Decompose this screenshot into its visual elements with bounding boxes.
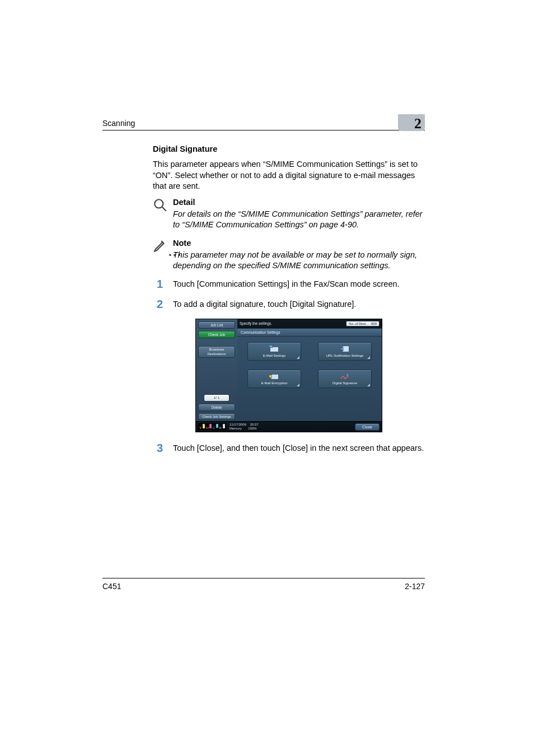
svg-rect-5	[269, 375, 272, 377]
email-encryption-tile[interactable]: E-Mail Encryption	[247, 370, 301, 388]
section-heading: Digital Signature	[153, 144, 425, 153]
status-prompt: Specify the settings.	[240, 321, 272, 325]
notification-icon	[340, 345, 350, 353]
step-2-text: To add a digital signature, touch [Digit…	[173, 298, 425, 309]
svg-point-0	[154, 199, 163, 208]
signature-icon	[340, 372, 350, 380]
detail-text: For details on the “S/MIME Communication…	[173, 209, 425, 231]
svg-rect-4	[271, 374, 279, 379]
broadcast-destinations-label: Broadcast Destinations	[198, 346, 235, 358]
note-text: This parameter may not be available or m…	[173, 250, 425, 272]
detail-callout: Detail For details on the “S/MIME Commun…	[153, 198, 425, 231]
magnifier-icon	[153, 198, 168, 214]
email-settings-icon	[269, 345, 279, 353]
footer-memory-label: Memory	[229, 427, 242, 430]
step-3-number: 3	[153, 442, 163, 454]
destination-count-badge: No. of Dest. 000	[346, 321, 380, 326]
pager-indicator: 1/ 1	[204, 394, 229, 401]
note-callout: ... Note This parameter may not be avail…	[153, 239, 425, 272]
running-header-title: Scanning	[102, 119, 135, 128]
lock-envelope-icon	[269, 372, 279, 380]
svg-line-1	[162, 207, 166, 211]
url-notification-tile[interactable]: URL Notification Settings	[318, 342, 372, 361]
detail-title: Detail	[173, 198, 425, 207]
check-job-settings-button[interactable]: Check Job Settings	[198, 413, 235, 420]
section-intro: This parameter appears when “S/MIME Comm…	[153, 159, 425, 192]
printer-screenshot: Job List Check Job Broadcast Destination…	[153, 319, 425, 432]
footer-memory-value: 100%	[248, 427, 256, 430]
delete-button[interactable]: Delete	[198, 404, 235, 411]
email-settings-tile[interactable]: E-Mail Settings	[247, 342, 301, 361]
step-3: 3 Touch [Close], and then touch [Close] …	[153, 442, 425, 454]
section-title-bar: Communication Settings	[237, 328, 382, 337]
note-title: Note	[173, 239, 425, 248]
step-1-number: 1	[153, 278, 163, 290]
step-2: 2 To add a digital signature, touch [Dig…	[153, 298, 425, 310]
step-1-text: Touch [Communication Settings] in the Fa…	[173, 278, 425, 288]
status-bar: Specify the settings. No. of Dest. 000	[237, 319, 382, 328]
footer-time: 20:07	[250, 423, 259, 426]
close-button[interactable]: Close	[355, 423, 380, 431]
footer-date: 11/17/2006	[229, 423, 246, 426]
footer-model: C451	[102, 582, 121, 591]
step-3-text: Touch [Close], and then touch [Close] in…	[173, 442, 425, 452]
footer-page-number: 2-127	[405, 582, 425, 591]
toner-indicator: Y M C K	[198, 423, 226, 430]
svg-rect-3	[269, 345, 273, 348]
digital-signature-tile[interactable]: Digital Signature	[318, 370, 372, 388]
job-list-tab[interactable]: Job List	[198, 321, 235, 329]
check-job-button[interactable]: Check Job	[198, 331, 235, 338]
pencil-icon	[153, 239, 167, 255]
chapter-number-badge: 2	[398, 114, 425, 131]
step-1: 1 Touch [Communication Settings] in the …	[153, 278, 425, 290]
step-2-number: 2	[153, 298, 163, 310]
